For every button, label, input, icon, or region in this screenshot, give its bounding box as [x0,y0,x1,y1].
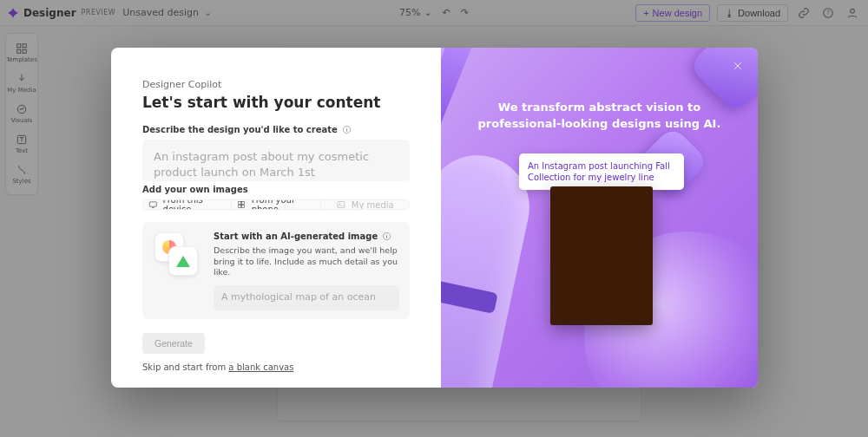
preview-thumbnail [550,186,653,325]
design-prompt-input[interactable]: An instagram post about my cosmetic prod… [142,140,410,181]
from-device-button[interactable]: From this device [143,199,231,210]
describe-label: Describe the design you'd like to create [142,125,338,134]
ai-image-card: Start with an AI-generated image Describ… [142,222,410,319]
ai-thumb-icon [153,231,201,279]
modal-kicker: Designer Copilot [142,79,410,90]
modal-right-panel: We transform abstract vision to professi… [441,48,758,388]
example-prompt-bubble: An Instagram post launching Fall Collect… [519,153,684,190]
generate-button[interactable]: Generate [142,333,205,354]
copilot-modal: Designer Copilot Let's start with your c… [111,48,758,388]
ai-heading: Start with an AI-generated image [214,231,378,243]
my-media-button: My media [320,199,409,210]
info-icon[interactable] [382,232,391,241]
svg-rect-11 [346,129,347,132]
svg-point-10 [346,127,347,128]
svg-rect-17 [338,202,345,208]
ai-prompt-input[interactable]: A mythological map of an ocean [214,285,399,310]
svg-rect-15 [239,205,241,208]
svg-rect-13 [239,202,241,205]
close-button[interactable] [730,58,746,74]
ai-body: Describe the image you want, and we'll h… [214,245,399,278]
add-images-label: Add your own images [142,185,248,194]
from-phone-button[interactable]: From your phone [231,199,319,210]
skip-text: Skip and start from a blank canvas [142,362,410,372]
blank-canvas-link[interactable]: a blank canvas [228,362,293,372]
image-source-row: From this device From your phone My medi… [142,199,410,210]
modal-left-panel: Designer Copilot Let's start with your c… [111,48,441,388]
modal-title: Let's start with your content [142,94,410,111]
info-icon[interactable] [342,125,352,134]
svg-rect-16 [242,205,245,208]
svg-rect-21 [386,236,387,238]
svg-rect-12 [149,202,156,206]
svg-rect-14 [242,202,245,205]
tagline: We transform abstract vision to professi… [441,100,758,133]
svg-point-20 [386,235,387,236]
